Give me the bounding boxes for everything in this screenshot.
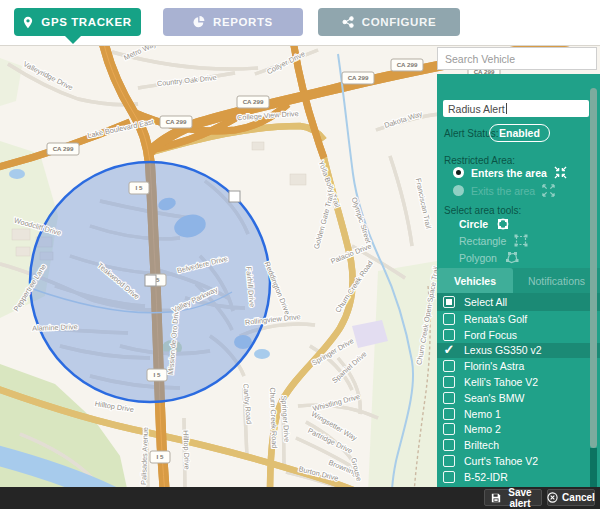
save-icon [491, 493, 501, 503]
vehicle-label: Briltech [464, 439, 499, 451]
vehicle-label: Nemo 1 [464, 408, 501, 420]
vehicle-row[interactable]: Curt's Tahoe V2 [437, 453, 600, 469]
svg-text:CA 299: CA 299 [348, 74, 369, 81]
cancel-button[interactable]: Cancel [547, 489, 595, 506]
highway-shield: CA 299 [237, 96, 269, 108]
highway-shield: CA 299 [47, 143, 79, 155]
vehicle-label: B-52-IDR [464, 471, 508, 483]
vehicle-checkbox[interactable] [443, 471, 455, 483]
scrollbar-track[interactable] [590, 448, 597, 487]
radio-unselected-icon[interactable] [453, 185, 464, 196]
highway-shield: CA 299 [342, 72, 374, 84]
share-nodes-icon [342, 16, 354, 28]
alert-status-toggle[interactable]: Enabled [489, 124, 550, 142]
highway-shield: I 5 [150, 451, 170, 463]
vehicle-label: Ford Focus [464, 329, 517, 341]
vehicle-label: Select All [464, 296, 507, 308]
reports-label: REPORTS [213, 16, 273, 28]
gps-tracker-label: GPS TRACKER [41, 16, 131, 28]
gps-tracker-app: CA 299CA 299CA 299CA 299CA 299CA 299I 5I… [0, 0, 600, 509]
polygon-tool-label: Polygon [459, 252, 497, 264]
svg-text:CA 299: CA 299 [397, 61, 418, 68]
rectangle-tool[interactable]: Rectangle [459, 234, 528, 247]
vehicle-checkbox[interactable] [443, 423, 455, 435]
vehicle-label: Lexus GS350 v2 [464, 344, 542, 356]
svg-text:CA 299: CA 299 [166, 118, 187, 125]
enters-area-label: Enters the area [471, 167, 547, 179]
svg-text:CA 299: CA 299 [243, 98, 264, 105]
footer-bar: Save alert Cancel [0, 487, 600, 509]
road-label: Alamine Drive [32, 322, 78, 333]
vehicle-row[interactable]: B-52-IDR [437, 469, 600, 485]
pie-chart-icon [193, 16, 205, 28]
text-cursor [506, 103, 507, 114]
save-alert-button[interactable]: Save alert [484, 489, 542, 506]
svg-text:I 5: I 5 [157, 453, 164, 460]
vehicle-checkbox[interactable] [443, 313, 455, 325]
area-tools-label: Select area tools: [444, 205, 521, 216]
vehicle-row[interactable]: Ford Focus [437, 327, 600, 343]
rectangle-tool-icon [514, 234, 528, 247]
polygon-tool[interactable]: Polygon [459, 251, 519, 264]
vehicle-checkbox[interactable] [443, 376, 455, 388]
select-all-row[interactable]: Select All [437, 293, 600, 311]
polygon-tool-icon [505, 251, 519, 264]
expand-arrows-icon [542, 184, 555, 197]
enters-area-option[interactable]: Enters the area [453, 166, 567, 179]
vehicle-checkbox[interactable] [443, 360, 455, 372]
exits-area-option[interactable]: Exits the area [453, 184, 555, 197]
vehicle-row[interactable]: Kelli's Tahoe V2 [437, 374, 600, 390]
circle-tool[interactable]: Circle [459, 217, 510, 231]
highway-shield: I 5 [129, 182, 149, 194]
gps-tracker-button[interactable]: GPS TRACKER [14, 8, 141, 36]
circle-center-handle[interactable] [145, 275, 156, 286]
scrollbar-thumb[interactable] [590, 88, 597, 448]
search-vehicle-input[interactable] [437, 47, 597, 70]
map-marker-icon [23, 16, 33, 29]
cancel-label: Cancel [562, 492, 595, 503]
vehicle-row[interactable]: Nemo 1 [437, 406, 600, 422]
vehicle-label: Kelli's Tahoe V2 [464, 376, 538, 388]
compress-arrows-icon [554, 166, 567, 179]
vehicle-checkbox[interactable] [443, 455, 455, 467]
tab-notifications[interactable]: Notifications [513, 268, 600, 293]
vehicle-row[interactable]: ✓Lexus GS350 v2 [437, 343, 600, 359]
vehicle-row[interactable]: Briltech [437, 437, 600, 453]
vehicle-label: Sean's BMW [464, 392, 524, 404]
vehicle-label: Renata's Golf [464, 313, 527, 325]
vehicle-list: Select AllRenata's GolfFord Focus✓Lexus … [437, 293, 600, 485]
cancel-circle-x-icon [547, 492, 558, 503]
vehicle-checkbox[interactable] [443, 329, 455, 341]
circle-radius-handle[interactable] [229, 191, 240, 202]
configure-button[interactable]: CONFIGURE [318, 8, 460, 36]
save-alert-label: Save alert [505, 487, 535, 509]
highway-shield: CA 299 [391, 59, 423, 71]
configure-label: CONFIGURE [362, 16, 436, 28]
vehicle-row[interactable]: Nemo 2 [437, 422, 600, 438]
exits-area-label: Exits the area [471, 185, 535, 197]
vehicle-checkbox[interactable] [443, 408, 455, 420]
rectangle-tool-label: Rectangle [459, 235, 506, 247]
reports-button[interactable]: REPORTS [163, 8, 303, 36]
alert-name-value: Radius Alert [448, 103, 505, 115]
radio-selected-icon[interactable] [453, 167, 464, 178]
select-all-checkbox[interactable] [443, 296, 455, 308]
svg-text:I 5: I 5 [136, 184, 143, 191]
vehicle-row[interactable]: Florin's Astra [437, 358, 600, 374]
vehicle-row[interactable]: Renata's Golf [437, 311, 600, 327]
panel-tabs: Vehicles Notifications [437, 268, 600, 293]
vehicle-label: Curt's Tahoe V2 [464, 455, 538, 467]
vehicle-label: Florin's Astra [464, 360, 524, 372]
vehicle-checkbox[interactable] [443, 439, 455, 451]
circle-tool-icon [496, 217, 510, 231]
vehicle-checkbox[interactable]: ✓ [443, 344, 455, 356]
vehicle-label: Nemo 2 [464, 423, 501, 435]
highway-shield: I 5 [147, 369, 167, 381]
tab-vehicles[interactable]: Vehicles [437, 268, 513, 293]
highway-shield: CA 299 [160, 116, 192, 128]
alert-name-input[interactable]: Radius Alert [443, 100, 589, 117]
svg-text:I 5: I 5 [154, 371, 161, 378]
svg-text:CA 299: CA 299 [53, 145, 74, 152]
vehicle-checkbox[interactable] [443, 392, 455, 404]
vehicle-row[interactable]: Sean's BMW [437, 390, 600, 406]
